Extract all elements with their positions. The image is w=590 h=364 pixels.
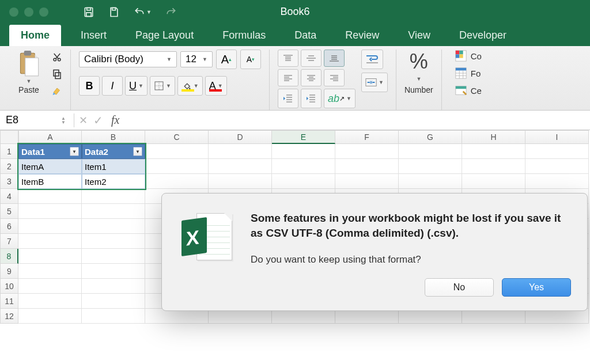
- fill-color-button[interactable]: ▼: [177, 76, 203, 96]
- undo-button[interactable]: ▼: [134, 6, 152, 18]
- dialog-yes-button[interactable]: Yes: [502, 278, 571, 297]
- cell[interactable]: Item1: [82, 159, 145, 174]
- cell[interactable]: Item2: [82, 174, 145, 189]
- cell[interactable]: [399, 144, 462, 159]
- borders-button[interactable]: ▼: [150, 76, 175, 96]
- cell[interactable]: [18, 204, 82, 219]
- row-header-6[interactable]: 6: [0, 219, 18, 234]
- cell[interactable]: [82, 189, 145, 204]
- column-header-C[interactable]: C: [145, 130, 209, 144]
- redo-button[interactable]: [165, 6, 177, 18]
- cell[interactable]: [272, 174, 335, 189]
- cell[interactable]: [82, 309, 145, 324]
- cell[interactable]: [462, 144, 525, 159]
- format-painter-icon[interactable]: [52, 86, 62, 97]
- font-size-select[interactable]: 12▼: [180, 51, 213, 67]
- column-header-E[interactable]: E: [272, 130, 335, 144]
- increase-font-size[interactable]: A▴: [216, 50, 237, 69]
- minimize-window[interactable]: [24, 7, 33, 17]
- cell[interactable]: Data1▼: [18, 144, 82, 159]
- font-name-select[interactable]: Calibri (Body)▼: [79, 51, 177, 67]
- filter-icon[interactable]: ▼: [70, 147, 79, 156]
- dialog-no-button[interactable]: No: [425, 278, 494, 297]
- cell-styles-partial[interactable]: Ce: [455, 84, 482, 97]
- cell[interactable]: [272, 159, 335, 174]
- increase-indent[interactable]: [301, 89, 322, 108]
- row-header-5[interactable]: 5: [0, 204, 18, 219]
- save-alt-icon[interactable]: [108, 6, 120, 18]
- row-header-11[interactable]: 11: [0, 294, 18, 309]
- cell[interactable]: [82, 264, 145, 279]
- row-header-4[interactable]: 4: [0, 189, 18, 204]
- cell[interactable]: [335, 144, 399, 159]
- cell[interactable]: [145, 174, 209, 189]
- tab-data[interactable]: Data: [285, 25, 326, 46]
- cell[interactable]: [18, 234, 82, 249]
- cell[interactable]: [18, 219, 82, 234]
- italic-button[interactable]: I: [102, 76, 123, 96]
- underline-button[interactable]: U▼: [125, 76, 148, 96]
- column-header-B[interactable]: B: [82, 130, 145, 144]
- row-header-9[interactable]: 9: [0, 264, 18, 279]
- name-box[interactable]: E8▲▼: [0, 111, 69, 130]
- cell[interactable]: [335, 174, 399, 189]
- align-left[interactable]: [278, 69, 298, 86]
- column-header-D[interactable]: D: [209, 130, 272, 144]
- cell[interactable]: [209, 174, 272, 189]
- decrease-indent[interactable]: [278, 89, 298, 108]
- save-icon[interactable]: [83, 6, 94, 18]
- filter-icon[interactable]: ▼: [133, 147, 142, 156]
- align-top[interactable]: [278, 50, 298, 67]
- cell[interactable]: Data2▼: [82, 144, 145, 159]
- close-window[interactable]: [9, 7, 18, 17]
- select-all-corner[interactable]: [0, 130, 18, 144]
- copy-icon[interactable]: [52, 69, 62, 79]
- cell[interactable]: [18, 189, 82, 204]
- zoom-window[interactable]: [39, 7, 48, 17]
- align-middle[interactable]: [301, 50, 322, 67]
- cell[interactable]: [18, 309, 82, 324]
- cell[interactable]: [18, 279, 82, 294]
- row-header-8[interactable]: 8: [0, 249, 18, 264]
- cell[interactable]: [462, 159, 525, 174]
- cell[interactable]: [18, 264, 82, 279]
- cell[interactable]: [18, 294, 82, 309]
- cell[interactable]: [525, 159, 589, 174]
- row-header-1[interactable]: 1: [0, 144, 18, 159]
- cell[interactable]: ItemA: [18, 159, 82, 174]
- row-header-7[interactable]: 7: [0, 234, 18, 249]
- enter-formula-icon[interactable]: ✓: [93, 113, 103, 127]
- column-header-I[interactable]: I: [525, 130, 589, 144]
- cell[interactable]: [82, 249, 145, 264]
- paste-icon[interactable]: [16, 50, 41, 78]
- tab-review[interactable]: Review: [336, 25, 388, 46]
- decrease-font-size[interactable]: A▾: [240, 50, 261, 69]
- cell[interactable]: [209, 159, 272, 174]
- align-bottom[interactable]: [324, 50, 345, 67]
- row-header-12[interactable]: 12: [0, 309, 18, 324]
- row-header-3[interactable]: 3: [0, 174, 18, 189]
- formula-input[interactable]: [119, 111, 590, 130]
- column-header-A[interactable]: A: [18, 130, 82, 144]
- cell[interactable]: [335, 159, 399, 174]
- cell[interactable]: [462, 174, 525, 189]
- cell[interactable]: [145, 159, 209, 174]
- cell[interactable]: [145, 144, 209, 159]
- conditional-formatting-partial[interactable]: Co: [455, 50, 482, 62]
- column-header-F[interactable]: F: [335, 130, 399, 144]
- cell[interactable]: [82, 294, 145, 309]
- cell[interactable]: [272, 144, 335, 159]
- row-header-10[interactable]: 10: [0, 279, 18, 294]
- wrap-text-button[interactable]: [361, 50, 383, 69]
- cell[interactable]: [82, 279, 145, 294]
- cancel-formula-icon[interactable]: ✕: [79, 114, 88, 127]
- tab-home[interactable]: Home: [9, 25, 61, 46]
- cell[interactable]: [18, 249, 82, 264]
- cut-icon[interactable]: [52, 52, 62, 62]
- cell[interactable]: [399, 159, 462, 174]
- fx-icon[interactable]: fx: [111, 113, 119, 127]
- cell[interactable]: [525, 174, 589, 189]
- bold-button[interactable]: B: [79, 76, 100, 96]
- tab-insert[interactable]: Insert: [71, 25, 116, 46]
- align-right[interactable]: [324, 69, 345, 86]
